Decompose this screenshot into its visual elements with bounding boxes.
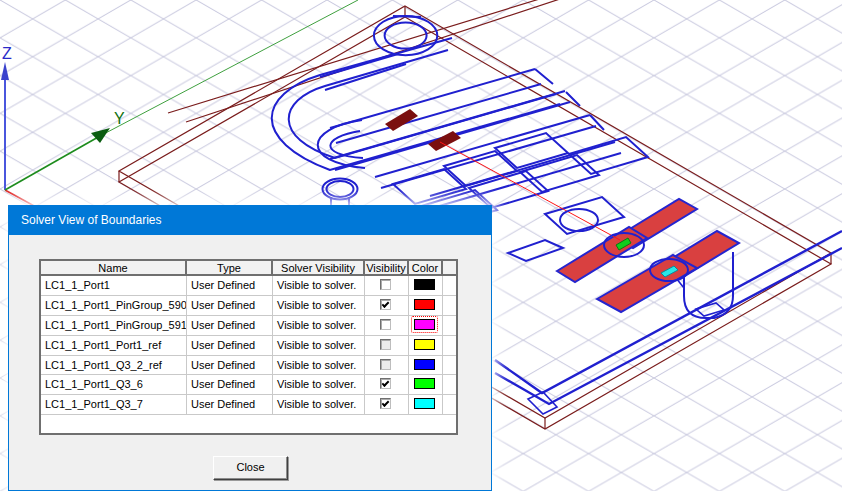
svg-text:Z: Z bbox=[2, 45, 12, 62]
svg-text:Y: Y bbox=[114, 110, 125, 127]
